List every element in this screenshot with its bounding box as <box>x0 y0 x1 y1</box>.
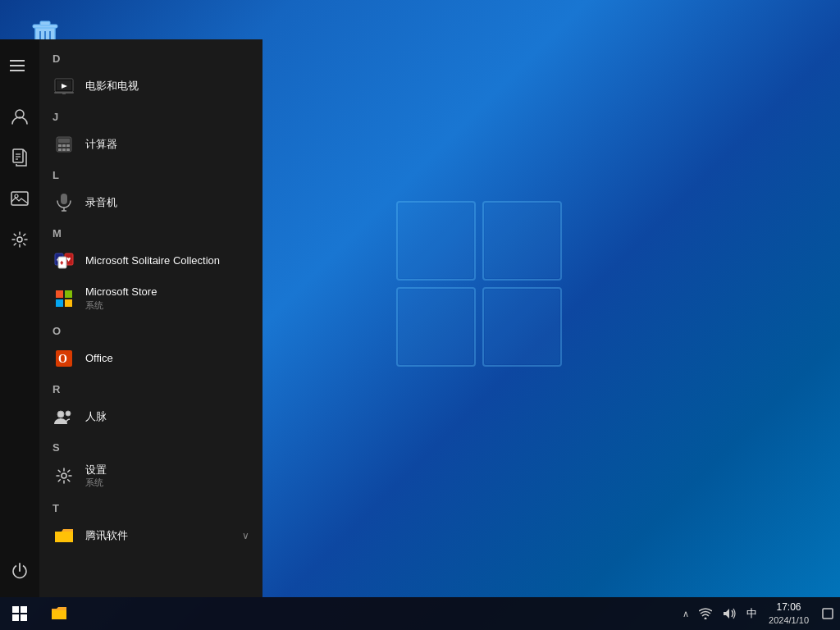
app-list: D 电影和电视 J <box>39 39 262 597</box>
svg-rect-7 <box>485 290 559 364</box>
desktop: 回收站 <box>0 0 840 630</box>
app-item-recorder[interactable]: 录音机 <box>39 185 262 221</box>
hamburger-icon <box>8 54 31 77</box>
msstore-info: Microsoft Store 系统 <box>85 285 157 312</box>
solitaire-info: Microsoft Solitaire Collection <box>85 254 220 267</box>
msstore-name: Microsoft Store <box>85 285 157 299</box>
calculator-info: 计算器 <box>85 138 117 151</box>
section-letter-j: J <box>39 104 262 126</box>
tencent-name: 腾讯软件 <box>85 529 128 542</box>
svg-rect-19 <box>11 192 28 205</box>
tray-show-hidden-icons[interactable]: ∧ <box>678 597 694 630</box>
settings-sub: 系统 <box>85 477 107 489</box>
solitaire-name: Microsoft Solitaire Collection <box>85 254 220 267</box>
svg-rect-29 <box>58 144 62 147</box>
section-letter-m: M <box>39 221 262 243</box>
app-item-movies-tv[interactable]: 电影和电视 <box>39 68 262 104</box>
settings-icon <box>52 464 75 487</box>
msstore-icon <box>52 287 75 310</box>
settings-name: 设置 <box>85 463 107 477</box>
svg-rect-28 <box>58 139 70 143</box>
svg-rect-5 <box>485 203 559 278</box>
app-item-office[interactable]: O Office <box>39 340 262 377</box>
svg-point-52 <box>62 473 66 478</box>
section-letter-o: O <box>39 318 262 340</box>
tencent-info: 腾讯软件 <box>85 529 128 542</box>
svg-rect-44 <box>56 290 63 298</box>
contacts-info: 人脉 <box>85 410 107 423</box>
input-method-label: 中 <box>746 606 757 621</box>
recorder-info: 录音机 <box>85 196 117 209</box>
svg-point-21 <box>17 237 22 242</box>
svg-rect-56 <box>21 614 27 621</box>
start-sidebar <box>0 39 39 597</box>
section-letter-t: T <box>39 495 262 518</box>
office-icon: O <box>52 347 75 370</box>
contacts-icon <box>52 405 75 428</box>
office-info: Office <box>85 352 113 365</box>
svg-rect-53 <box>12 606 19 613</box>
movies-tv-info: 电影和电视 <box>85 80 139 93</box>
svg-rect-55 <box>12 614 19 621</box>
svg-point-20 <box>15 194 18 198</box>
svg-point-57 <box>705 618 707 620</box>
app-item-calculator[interactable]: 计算器 <box>39 126 262 162</box>
svg-rect-35 <box>61 194 67 204</box>
tencent-expand-arrow: ∨ <box>242 530 249 541</box>
app-item-solitaire[interactable]: ♠ ♥ ♦ Microsoft Solitaire Collection <box>39 243 262 279</box>
svg-rect-15 <box>13 149 23 162</box>
calculator-name: 计算器 <box>85 138 117 151</box>
contacts-name: 人脉 <box>85 410 107 423</box>
svg-rect-34 <box>66 148 70 151</box>
notification-button[interactable] <box>815 597 840 630</box>
sidebar-pictures-button[interactable] <box>0 179 39 218</box>
svg-rect-33 <box>62 148 66 151</box>
tray-volume-icon[interactable] <box>717 597 742 630</box>
clock-time: 17:06 <box>777 600 801 614</box>
recorder-icon <box>52 191 75 214</box>
sidebar-user-button[interactable] <box>0 97 39 136</box>
svg-text:♥: ♥ <box>66 255 71 263</box>
tray-input-method[interactable]: 中 <box>742 597 762 630</box>
msstore-sub: 系统 <box>85 299 157 312</box>
clock-display[interactable]: 17:06 2024/1/10 <box>762 597 815 630</box>
clock-date: 2024/1/10 <box>769 614 809 627</box>
system-tray: ∧ 中 17:06 <box>678 597 840 630</box>
windows-logo-decoration <box>389 194 569 374</box>
svg-rect-46 <box>56 299 63 307</box>
sidebar-power-button[interactable] <box>0 551 39 591</box>
svg-rect-4 <box>399 203 473 278</box>
solitaire-icon: ♠ ♥ ♦ <box>52 249 75 272</box>
start-button[interactable] <box>0 597 39 630</box>
office-name: Office <box>85 352 113 365</box>
svg-rect-30 <box>62 144 66 147</box>
settings-info: 设置 系统 <box>85 463 107 490</box>
section-letter-r: R <box>39 377 262 399</box>
svg-text:O: O <box>58 353 67 365</box>
svg-rect-54 <box>21 606 27 613</box>
start-menu: D 电影和电视 J <box>0 39 262 597</box>
svg-rect-58 <box>823 609 833 619</box>
taskbar: ∧ 中 17:06 <box>0 597 840 630</box>
svg-point-50 <box>57 411 64 418</box>
section-letter-d: D <box>39 46 262 68</box>
app-item-msstore[interactable]: Microsoft Store 系统 <box>39 279 262 318</box>
calculator-icon <box>52 133 75 156</box>
hamburger-menu-button[interactable] <box>0 46 39 85</box>
sidebar-documents-button[interactable] <box>0 138 39 177</box>
tray-network-icon[interactable] <box>694 597 717 630</box>
svg-rect-10 <box>40 21 50 25</box>
app-item-settings[interactable]: 设置 系统 <box>39 457 262 496</box>
app-item-tencent[interactable]: 腾讯软件 ∨ <box>39 518 262 554</box>
svg-point-51 <box>66 411 71 416</box>
svg-rect-26 <box>62 92 66 94</box>
app-item-contacts[interactable]: 人脉 <box>39 399 262 435</box>
section-letter-s: S <box>39 435 262 457</box>
up-arrow-icon: ∧ <box>682 609 689 619</box>
taskbar-file-explorer-button[interactable] <box>39 597 79 630</box>
svg-rect-47 <box>65 299 72 307</box>
section-letter-l: L <box>39 162 262 185</box>
movies-tv-name: 电影和电视 <box>85 80 139 93</box>
svg-text:♦: ♦ <box>60 258 64 267</box>
sidebar-settings-button[interactable] <box>0 220 39 259</box>
